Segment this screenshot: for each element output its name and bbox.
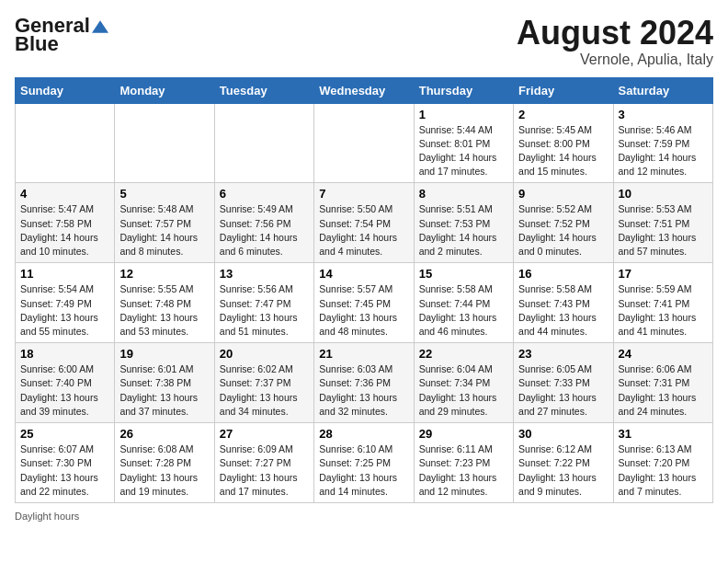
day-info: Sunrise: 6:10 AM Sunset: 7:25 PM Dayligh… (319, 442, 408, 499)
day-number: 6 (220, 187, 309, 201)
day-cell: 28Sunrise: 6:10 AM Sunset: 7:25 PM Dayli… (314, 423, 414, 503)
day-info: Sunrise: 6:02 AM Sunset: 7:37 PM Dayligh… (220, 362, 309, 419)
day-info: Sunrise: 5:45 AM Sunset: 8:00 PM Dayligh… (518, 123, 608, 179)
day-cell: 22Sunrise: 6:04 AM Sunset: 7:34 PM Dayli… (414, 343, 513, 423)
day-number: 30 (518, 427, 608, 441)
logo-blue: Blue (15, 33, 59, 55)
logo-icon (92, 20, 108, 33)
day-number: 29 (419, 427, 508, 441)
day-number: 28 (319, 427, 408, 441)
day-info: Sunrise: 6:13 AM Sunset: 7:20 PM Dayligh… (619, 442, 708, 499)
day-info: Sunrise: 5:58 AM Sunset: 7:44 PM Dayligh… (419, 282, 508, 339)
day-number: 19 (119, 347, 209, 361)
day-cell: 18Sunrise: 6:00 AM Sunset: 7:40 PM Dayli… (16, 343, 115, 423)
day-info: Sunrise: 6:07 AM Sunset: 7:30 PM Dayligh… (20, 442, 109, 499)
day-number: 15 (419, 267, 508, 281)
day-cell: 7Sunrise: 5:50 AM Sunset: 7:54 PM Daylig… (314, 183, 414, 263)
header-row: SundayMondayTuesdayWednesdayThursdayFrid… (16, 77, 713, 103)
calendar-table: SundayMondayTuesdayWednesdayThursdayFrid… (15, 77, 713, 503)
day-cell (16, 103, 115, 183)
day-info: Sunrise: 6:05 AM Sunset: 7:33 PM Dayligh… (518, 362, 608, 419)
day-number: 3 (619, 108, 708, 121)
day-cell: 27Sunrise: 6:09 AM Sunset: 7:27 PM Dayli… (214, 423, 313, 503)
day-number: 26 (119, 427, 209, 441)
day-info: Sunrise: 5:58 AM Sunset: 7:43 PM Dayligh… (518, 282, 608, 339)
month-title: August 2024 (517, 15, 713, 52)
day-number: 16 (518, 267, 608, 281)
day-cell: 6Sunrise: 5:49 AM Sunset: 7:56 PM Daylig… (214, 183, 313, 263)
calendar-header: SundayMondayTuesdayWednesdayThursdayFrid… (16, 77, 713, 103)
week-row-4: 18Sunrise: 6:00 AM Sunset: 7:40 PM Dayli… (16, 343, 713, 423)
header-day-wednesday: Wednesday (314, 77, 414, 103)
day-number: 20 (220, 347, 309, 361)
day-cell: 16Sunrise: 5:58 AM Sunset: 7:43 PM Dayli… (514, 263, 613, 343)
day-cell (214, 103, 313, 183)
day-number: 10 (619, 187, 708, 201)
day-info: Sunrise: 5:51 AM Sunset: 7:53 PM Dayligh… (419, 202, 508, 259)
day-info: Sunrise: 6:04 AM Sunset: 7:34 PM Dayligh… (419, 362, 508, 419)
day-info: Sunrise: 5:57 AM Sunset: 7:45 PM Dayligh… (319, 282, 408, 339)
day-info: Sunrise: 5:56 AM Sunset: 7:47 PM Dayligh… (220, 282, 309, 339)
day-info: Sunrise: 6:09 AM Sunset: 7:27 PM Dayligh… (220, 442, 309, 499)
title-block: August 2024 Vernole, Apulia, Italy (517, 15, 713, 68)
day-cell: 26Sunrise: 6:08 AM Sunset: 7:28 PM Dayli… (115, 423, 214, 503)
header-day-friday: Friday (514, 77, 613, 103)
daylight-hours-label: Daylight hours (15, 511, 79, 522)
day-number: 27 (220, 427, 309, 441)
day-info: Sunrise: 6:00 AM Sunset: 7:40 PM Dayligh… (20, 362, 109, 419)
day-info: Sunrise: 5:50 AM Sunset: 7:54 PM Dayligh… (319, 202, 408, 259)
day-info: Sunrise: 5:46 AM Sunset: 7:59 PM Dayligh… (619, 123, 708, 179)
day-cell: 9Sunrise: 5:52 AM Sunset: 7:52 PM Daylig… (514, 183, 613, 263)
day-number: 23 (518, 347, 608, 361)
page-header: General Blue August 2024 Vernole, Apulia… (15, 15, 713, 68)
day-number: 31 (619, 427, 708, 441)
location: Vernole, Apulia, Italy (517, 52, 713, 68)
day-cell: 12Sunrise: 5:55 AM Sunset: 7:48 PM Dayli… (115, 263, 214, 343)
day-cell: 8Sunrise: 5:51 AM Sunset: 7:53 PM Daylig… (414, 183, 513, 263)
day-cell: 3Sunrise: 5:46 AM Sunset: 7:59 PM Daylig… (613, 103, 712, 183)
day-number: 22 (419, 347, 508, 361)
day-cell: 25Sunrise: 6:07 AM Sunset: 7:30 PM Dayli… (16, 423, 115, 503)
day-number: 8 (419, 187, 508, 201)
day-number: 5 (119, 187, 209, 201)
header-day-monday: Monday (115, 77, 214, 103)
day-cell: 5Sunrise: 5:48 AM Sunset: 7:57 PM Daylig… (115, 183, 214, 263)
day-cell: 24Sunrise: 6:06 AM Sunset: 7:31 PM Dayli… (613, 343, 712, 423)
day-info: Sunrise: 5:49 AM Sunset: 7:56 PM Dayligh… (220, 202, 309, 259)
day-cell: 13Sunrise: 5:56 AM Sunset: 7:47 PM Dayli… (214, 263, 313, 343)
svg-marker-0 (92, 20, 108, 33)
day-cell: 4Sunrise: 5:47 AM Sunset: 7:58 PM Daylig… (16, 183, 115, 263)
calendar-footer: Daylight hours (15, 511, 713, 522)
header-day-sunday: Sunday (16, 77, 115, 103)
header-day-thursday: Thursday (414, 77, 513, 103)
day-number: 9 (518, 187, 608, 201)
day-cell: 23Sunrise: 6:05 AM Sunset: 7:33 PM Dayli… (514, 343, 613, 423)
day-number: 11 (20, 267, 109, 281)
week-row-3: 11Sunrise: 5:54 AM Sunset: 7:49 PM Dayli… (16, 263, 713, 343)
day-cell: 17Sunrise: 5:59 AM Sunset: 7:41 PM Dayli… (613, 263, 712, 343)
day-number: 4 (20, 187, 109, 201)
day-number: 1 (419, 108, 508, 121)
day-cell: 2Sunrise: 5:45 AM Sunset: 8:00 PM Daylig… (514, 103, 613, 183)
day-cell: 11Sunrise: 5:54 AM Sunset: 7:49 PM Dayli… (16, 263, 115, 343)
day-info: Sunrise: 6:11 AM Sunset: 7:23 PM Dayligh… (419, 442, 508, 499)
day-info: Sunrise: 6:06 AM Sunset: 7:31 PM Dayligh… (619, 362, 708, 419)
day-info: Sunrise: 6:03 AM Sunset: 7:36 PM Dayligh… (319, 362, 408, 419)
day-info: Sunrise: 5:53 AM Sunset: 7:51 PM Dayligh… (619, 202, 708, 259)
day-info: Sunrise: 6:08 AM Sunset: 7:28 PM Dayligh… (119, 442, 209, 499)
day-cell: 1Sunrise: 5:44 AM Sunset: 8:01 PM Daylig… (414, 103, 513, 183)
day-number: 18 (20, 347, 109, 361)
day-cell: 19Sunrise: 6:01 AM Sunset: 7:38 PM Dayli… (115, 343, 214, 423)
day-cell (314, 103, 414, 183)
week-row-5: 25Sunrise: 6:07 AM Sunset: 7:30 PM Dayli… (16, 423, 713, 503)
day-number: 17 (619, 267, 708, 281)
logo: General Blue (15, 15, 108, 55)
day-number: 24 (619, 347, 708, 361)
day-cell: 14Sunrise: 5:57 AM Sunset: 7:45 PM Dayli… (314, 263, 414, 343)
day-cell: 21Sunrise: 6:03 AM Sunset: 7:36 PM Dayli… (314, 343, 414, 423)
day-cell: 10Sunrise: 5:53 AM Sunset: 7:51 PM Dayli… (613, 183, 712, 263)
day-number: 2 (518, 108, 608, 121)
day-cell: 31Sunrise: 6:13 AM Sunset: 7:20 PM Dayli… (613, 423, 712, 503)
day-info: Sunrise: 5:52 AM Sunset: 7:52 PM Dayligh… (518, 202, 608, 259)
week-row-1: 1Sunrise: 5:44 AM Sunset: 8:01 PM Daylig… (16, 103, 713, 183)
